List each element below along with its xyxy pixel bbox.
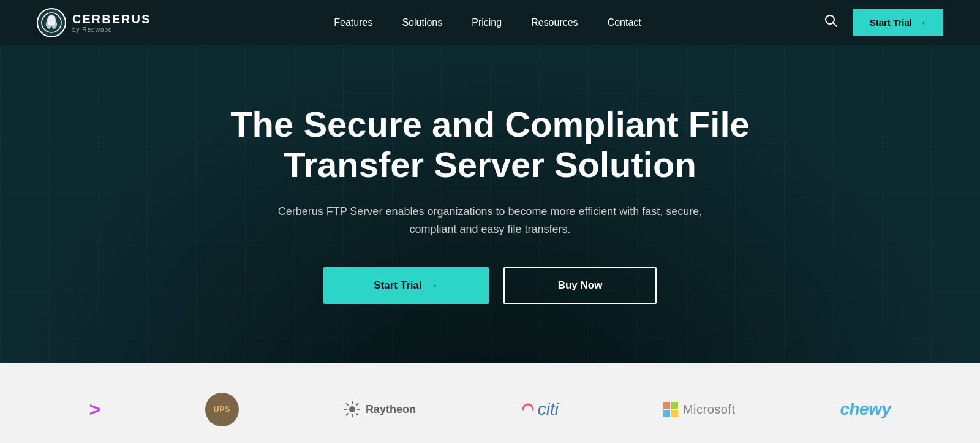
citi-arc-icon: [521, 402, 535, 417]
main-nav: CERBERUS by Redwood Features Solutions P…: [0, 0, 980, 45]
hero-subtitle: Cerberus FTP Server enables organization…: [276, 203, 704, 238]
nav-link-pricing[interactable]: Pricing: [472, 17, 502, 28]
ms-blue: [663, 410, 670, 417]
logo-chewy: chewy: [840, 399, 891, 419]
svg-line-5: [833, 23, 837, 26]
raytheon-sun-icon: [344, 401, 361, 418]
hero-title: The Secure and Compliant File Transfer S…: [214, 104, 766, 186]
nav-item-solutions[interactable]: Solutions: [402, 17, 442, 28]
raytheon-label: Raytheon: [366, 403, 416, 416]
logo-brand-name: CERBERUS: [72, 12, 151, 26]
logo-raytheon: Raytheon: [344, 401, 416, 418]
nav-cta-arrow: →: [917, 17, 926, 28]
hero-buy-label: Buy Now: [558, 279, 603, 291]
logo-microsoft: Microsoft: [663, 402, 736, 417]
accenture-icon: >: [89, 398, 100, 421]
logos-row: > UPS Raytheon: [49, 393, 931, 426]
nav-link-features[interactable]: Features: [334, 17, 372, 28]
nav-logo[interactable]: CERBERUS by Redwood: [37, 8, 151, 37]
svg-line-12: [356, 414, 358, 416]
nav-item-contact[interactable]: Contact: [608, 17, 641, 28]
logo-text-group: CERBERUS by Redwood: [72, 12, 151, 33]
logo-citi: citi: [521, 399, 559, 419]
citi-label: citi: [538, 399, 559, 419]
hero-buy-now-button[interactable]: Buy Now: [503, 267, 657, 304]
ms-green: [671, 402, 678, 409]
logo-sub-text: by Redwood: [72, 26, 151, 33]
ups-logo-icon: UPS: [205, 393, 239, 426]
logos-section: > UPS Raytheon: [0, 363, 980, 443]
svg-line-13: [356, 403, 358, 406]
nav-item-resources[interactable]: Resources: [531, 17, 578, 28]
nav-start-trial-button[interactable]: Start Trial →: [853, 9, 943, 36]
hero-content: The Secure and Compliant File Transfer S…: [214, 104, 766, 305]
microsoft-label: Microsoft: [683, 403, 736, 417]
hero-buttons: Start Trial → Buy Now: [214, 267, 766, 304]
nav-link-contact[interactable]: Contact: [608, 17, 641, 28]
nav-links-list: Features Solutions Pricing Resources Con…: [334, 17, 641, 28]
logo-icon: [37, 8, 66, 37]
ms-red: [663, 402, 670, 409]
hero-section: The Secure and Compliant File Transfer S…: [0, 45, 980, 363]
nav-link-resources[interactable]: Resources: [531, 17, 578, 28]
svg-point-6: [349, 406, 355, 412]
microsoft-grid-icon: [663, 402, 678, 417]
svg-line-14: [346, 414, 349, 416]
nav-cta-label: Start Trial: [870, 17, 912, 28]
nav-item-features[interactable]: Features: [334, 17, 372, 28]
chewy-label: chewy: [840, 399, 891, 419]
svg-line-11: [346, 403, 349, 406]
hero-start-trial-button[interactable]: Start Trial →: [323, 267, 489, 304]
hero-trial-arrow: →: [428, 279, 439, 292]
nav-right-group: Start Trial →: [824, 9, 943, 36]
logo-accenture: >: [89, 398, 100, 421]
nav-item-pricing[interactable]: Pricing: [472, 17, 502, 28]
search-icon[interactable]: [824, 14, 838, 31]
hero-trial-label: Start Trial: [374, 279, 421, 292]
ms-yellow: [671, 410, 678, 417]
ups-text: UPS: [214, 405, 231, 414]
logo-ups: UPS: [205, 393, 239, 426]
nav-link-solutions[interactable]: Solutions: [402, 17, 442, 28]
